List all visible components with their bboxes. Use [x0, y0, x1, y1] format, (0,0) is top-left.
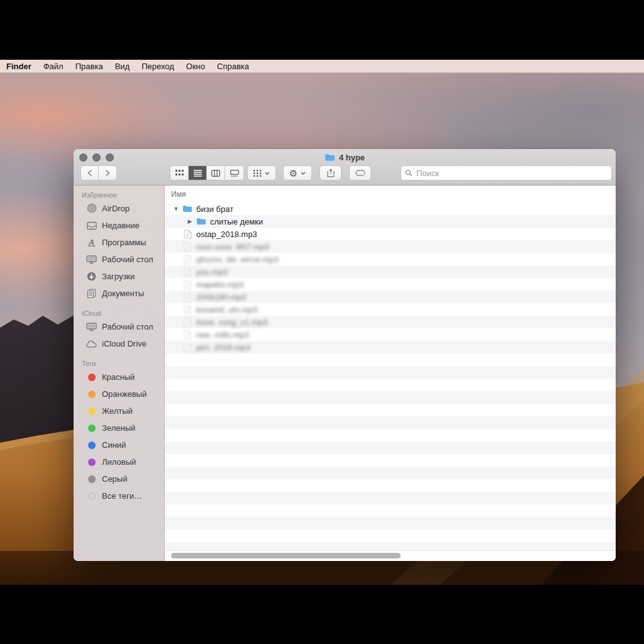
file-row[interactable]: ♪you.mp3: [165, 265, 616, 278]
audio-file-icon: ♪: [181, 267, 194, 277]
tag-dot: [86, 406, 97, 416]
tag-button[interactable]: [349, 165, 371, 180]
sidebar-section: ИзбранноеAirDropНедавниеAПрограммыРабочи…: [74, 191, 164, 302]
sidebar-item-недавние[interactable]: Недавние: [74, 217, 164, 234]
audio-file-icon: ♪: [181, 255, 194, 264]
group-icon: [253, 170, 262, 177]
file-name: слитые демки: [210, 217, 263, 226]
sidebar-section: ТегиКрасныйОранжевыйЖелтыйЗеленыйСинийЛи…: [74, 360, 164, 504]
desktop-icon: [86, 254, 97, 265]
file-list-pane: Имя ▼бизи брат▶слитые демки♪ostap_2018.m…: [165, 186, 616, 561]
audio-file-icon: ♪: [181, 280, 194, 289]
sidebar-section-title: iCloud: [74, 309, 164, 318]
file-row[interactable]: ♪200b180.mp3: [165, 291, 616, 303]
sidebar-item-label: iCloud Drive: [102, 339, 147, 348]
horizontal-scrollbar-thumb[interactable]: [171, 553, 401, 558]
file-row[interactable]: ▼бизи брат: [165, 203, 616, 215]
horizontal-scrollbar-track[interactable]: [165, 550, 616, 561]
menu-item-6[interactable]: Справка: [217, 62, 249, 71]
gallery-view-button[interactable]: [225, 166, 243, 180]
sidebar-section-title: Теги: [74, 360, 164, 369]
sidebar-item-рабочий-стол[interactable]: Рабочий стол: [74, 318, 164, 335]
tag-icon: [355, 170, 365, 176]
file-row[interactable]: ♪pim, 2018.mp3: [165, 341, 616, 353]
svg-text:♪: ♪: [186, 333, 188, 338]
sidebar-item-синий[interactable]: Синий: [74, 436, 164, 453]
desktop-icon: [86, 321, 97, 332]
sidebar-item-все-теги-[interactable]: Все теги…: [74, 487, 164, 504]
svg-text:♪: ♪: [186, 245, 188, 250]
sidebar-item-зеленый[interactable]: Зеленый: [74, 419, 164, 436]
sidebar-item-серый[interactable]: Серый: [74, 470, 164, 487]
disclosure-triangle-collapsed-icon[interactable]: ▶: [185, 218, 195, 225]
disclosure-triangle-expanded-icon[interactable]: ▼: [171, 206, 181, 212]
sidebar-item-программы[interactable]: AПрограммы: [74, 234, 164, 251]
airdrop-icon: [86, 203, 97, 214]
menu-item-2[interactable]: Правка: [75, 62, 103, 71]
audio-file-icon: ♪: [181, 242, 194, 252]
title-bar[interactable]: 4 hype: [74, 149, 616, 186]
file-name: kovamil, olo.mp3: [196, 305, 258, 314]
file-row[interactable]: ♪mapeko.mp3: [165, 278, 616, 291]
menu-item-3[interactable]: Вид: [115, 62, 130, 71]
documents-icon: [86, 288, 97, 299]
forward-button[interactable]: [99, 165, 117, 180]
group-button[interactable]: [247, 165, 276, 180]
sidebar-item-label: Зеленый: [102, 423, 135, 433]
sidebar-item-желтый[interactable]: Желтый: [74, 402, 164, 419]
file-row[interactable]: ♪ostap_2018.mp3: [165, 228, 616, 240]
sidebar-item-загрузки[interactable]: Загрузки: [74, 268, 164, 285]
menu-item-1[interactable]: Файл: [43, 62, 64, 71]
chevron-down-icon: [265, 172, 270, 175]
file-row[interactable]: ♪qhuzxx, bb, xerse.mp3: [165, 253, 616, 265]
menu-item-5[interactable]: Окно: [186, 62, 205, 71]
audio-file-icon: ♪: [181, 343, 194, 352]
menu-item-4[interactable]: Переход: [142, 62, 174, 71]
sidebar-item-label: Недавние: [102, 221, 140, 230]
sidebar-item-оранжевый[interactable]: Оранжевый: [74, 386, 164, 402]
back-button[interactable]: [80, 165, 99, 180]
search-icon: [405, 169, 413, 177]
list-view-button[interactable]: [189, 166, 207, 180]
search-input[interactable]: [415, 168, 608, 179]
sidebar-item-лиловый[interactable]: Лиловый: [74, 453, 164, 470]
sidebar-item-рабочий-стол[interactable]: Рабочий стол: [74, 251, 164, 268]
finder-window: 4 hype: [74, 149, 616, 561]
icon-view-button[interactable]: [170, 166, 189, 180]
menu-item-finder[interactable]: Finder: [6, 62, 31, 71]
file-name: ostap_2018.mp3: [196, 230, 257, 239]
view-switcher: [170, 165, 244, 180]
folder-icon: [181, 205, 194, 213]
sidebar-item-документы[interactable]: Документы: [74, 285, 164, 302]
svg-text:♪: ♪: [186, 296, 188, 301]
window-title-text: 4 hype: [339, 153, 365, 162]
chevron-down-icon: [301, 172, 306, 175]
svg-text:♪: ♪: [186, 270, 188, 275]
column-view-button[interactable]: [207, 166, 225, 180]
share-button[interactable]: [319, 165, 341, 180]
sidebar-item-красный[interactable]: Красный: [74, 369, 164, 386]
file-name: 200b180.mp3: [196, 292, 247, 302]
tag-dot: [86, 389, 97, 399]
file-row[interactable]: ▶слитые демки: [165, 215, 616, 228]
chevron-right-icon: [105, 169, 110, 177]
applications-icon: A: [86, 237, 97, 248]
audio-file-icon: ♪: [181, 230, 194, 239]
file-row[interactable]: ♪hove, song_v1.mp3: [165, 316, 616, 328]
audio-file-icon: ♪: [181, 292, 194, 302]
chevron-left-icon: [87, 169, 92, 177]
column-view-icon: [211, 170, 220, 177]
icon-view-icon: [175, 170, 184, 176]
file-row[interactable]: ♪cxxc-xxxx. 9N7.mp3: [165, 240, 616, 253]
file-row[interactable]: ♪nee, mills.mp3: [165, 328, 616, 341]
search-field[interactable]: [401, 165, 612, 180]
sidebar-item-airdrop[interactable]: AirDrop: [74, 200, 164, 217]
list-view-icon: [194, 170, 202, 177]
file-name: mapeko.mp3: [196, 280, 244, 289]
file-name: nee, mills.mp3: [196, 330, 249, 340]
file-row[interactable]: ♪kovamil, olo.mp3: [165, 303, 616, 316]
action-button[interactable]: ⚙: [283, 165, 312, 180]
column-header-name[interactable]: Имя: [165, 186, 616, 203]
sidebar-item-icloud-drive[interactable]: iCloud Drive: [74, 335, 164, 352]
file-name: qhuzxx, bb, xerse.mp3: [196, 255, 279, 264]
